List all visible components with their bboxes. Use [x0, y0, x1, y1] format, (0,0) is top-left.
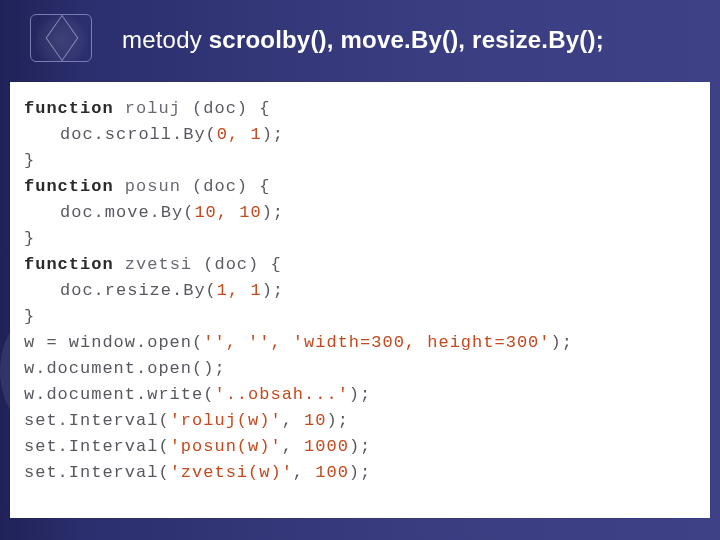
slide: metody scroolby(), move.By(), resize.By(… [0, 0, 720, 540]
code-line: doc.scroll.By(0, 1); [24, 122, 696, 148]
code-line: set.Interval('zvetsi(w)', 100); [24, 460, 696, 486]
code-line: function zvetsi (doc) { [24, 252, 696, 278]
code-line: } [24, 148, 696, 174]
title-methods: scroolby(), move.By(), resize.By(); [209, 26, 604, 53]
logo-icon [30, 14, 92, 62]
code-line: function posun (doc) { [24, 174, 696, 200]
code-line: doc.move.By(10, 10); [24, 200, 696, 226]
code-line: } [24, 304, 696, 330]
slide-title: metody scroolby(), move.By(), resize.By(… [122, 26, 604, 54]
code-block: function roluj (doc) {doc.scroll.By(0, 1… [10, 82, 710, 518]
code-line: set.Interval('posun(w)', 1000); [24, 434, 696, 460]
code-line: function roluj (doc) { [24, 96, 696, 122]
code-line: w.document.write('..obsah...'); [24, 382, 696, 408]
code-line: w = window.open('', '', 'width=300, heig… [24, 330, 696, 356]
title-prefix: metody [122, 26, 209, 53]
code-line: doc.resize.By(1, 1); [24, 278, 696, 304]
code-line: } [24, 226, 696, 252]
code-line: set.Interval('roluj(w)', 10); [24, 408, 696, 434]
code-line: w.document.open(); [24, 356, 696, 382]
